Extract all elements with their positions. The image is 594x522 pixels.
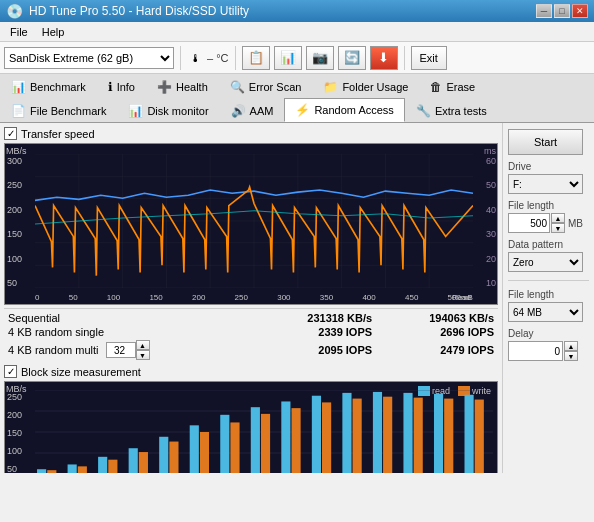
x-label-200: 200 (192, 293, 205, 302)
queue-spinner-wrap: ▲ ▼ (106, 340, 150, 360)
content-area: ✓ Transfer speed MB/s 300 250 200 150 10… (0, 123, 502, 473)
delay-input[interactable] (508, 341, 563, 361)
block-y-50: 50 (7, 464, 33, 473)
transfer-speed-checkbox[interactable]: ✓ (4, 127, 17, 140)
temperature-icon: 🌡 (187, 47, 203, 69)
toolbar-btn-1[interactable]: 📋 (242, 46, 270, 70)
svg-rect-30 (169, 442, 178, 473)
file-length-input[interactable] (508, 213, 550, 233)
x-label-300: 300 (277, 293, 290, 302)
svg-rect-26 (108, 460, 117, 473)
svg-rect-37 (281, 401, 290, 473)
block-chart-label: Block size measurement (21, 366, 141, 378)
svg-rect-31 (190, 425, 199, 473)
menu-file[interactable]: File (4, 24, 34, 40)
tab-info[interactable]: ℹ Info (97, 74, 146, 98)
block-file-length-label: File length (508, 289, 589, 300)
svg-rect-27 (129, 448, 138, 473)
tab-erase[interactable]: 🗑 Erase (419, 74, 486, 98)
label-4kb-multi: 4 KB random multi ▲ ▼ (4, 339, 254, 361)
x-label-0: 0 (35, 293, 39, 302)
tab-random-access[interactable]: ⚡ Random Access (284, 98, 404, 122)
svg-rect-23 (68, 464, 77, 473)
y-label-100: 100 (7, 254, 33, 264)
tab-file-benchmark[interactable]: 📄 File Benchmark (0, 98, 117, 122)
maximize-button[interactable]: □ (554, 4, 570, 18)
menu-help[interactable]: Help (36, 24, 71, 40)
ms-label-20: 20 (476, 254, 496, 264)
block-y-200: 200 (7, 410, 33, 420)
tab-disk-monitor[interactable]: 📊 Disk monitor (117, 98, 219, 122)
file-length-spinner: ▲ ▼ (551, 213, 565, 233)
svg-rect-28 (139, 452, 148, 473)
toolbar-btn-3[interactable]: 📷 (306, 46, 334, 70)
toolbar-btn-5[interactable]: ⬇ (370, 46, 398, 70)
chart-y-labels: 300 250 200 150 100 50 (7, 156, 33, 288)
panel-separator (508, 280, 589, 281)
toolbar-btn-2[interactable]: 📊 (274, 46, 302, 70)
minimize-button[interactable]: ─ (536, 4, 552, 18)
aam-icon: 🔊 (231, 104, 246, 118)
health-icon: ➕ (157, 80, 172, 94)
file-benchmark-icon: 📄 (11, 104, 26, 118)
chart-ms-labels: 60 50 40 30 20 10 (476, 156, 496, 288)
queue-depth-spinner: ▲ ▼ (136, 340, 150, 360)
svg-rect-21 (37, 469, 46, 473)
drive-panel-select[interactable]: F: (508, 174, 583, 194)
y-label-300: 300 (7, 156, 33, 166)
svg-rect-22 (47, 470, 56, 473)
erase-icon: 🗑 (430, 80, 442, 94)
data-pattern-select[interactable]: Zero (508, 252, 583, 272)
tab-aam[interactable]: 🔊 AAM (220, 98, 285, 122)
block-chart-checkbox[interactable]: ✓ (4, 365, 17, 378)
queue-up-button[interactable]: ▲ (136, 340, 150, 350)
tab-error-scan[interactable]: 🔍 Error Scan (219, 74, 313, 98)
queue-depth-input[interactable] (106, 342, 136, 358)
delay-section: Delay ▲ ▼ (508, 328, 589, 361)
block-file-length-section: File length 64 MB (508, 289, 589, 322)
info-icon: ℹ (108, 80, 113, 94)
file-length-mb: MB (568, 218, 583, 229)
block-size-chart: MB/s 250 200 150 100 50 read (4, 381, 498, 473)
delay-spinner: ▲ ▼ (564, 341, 578, 361)
tab-benchmark[interactable]: 📊 Benchmark (0, 74, 97, 98)
transfer-speed-label: Transfer speed (21, 128, 95, 140)
start-button[interactable]: Start (508, 129, 583, 155)
tab-health[interactable]: ➕ Health (146, 74, 219, 98)
tab-extra-tests[interactable]: 🔧 Extra tests (405, 98, 498, 122)
chart-ms-unit: ms (484, 146, 496, 156)
toolbar-btn-4[interactable]: 🔄 (338, 46, 366, 70)
svg-rect-50 (475, 400, 484, 473)
y-label-250: 250 (7, 180, 33, 190)
transfer-speed-section: ✓ Transfer speed (4, 127, 498, 140)
drive-select[interactable]: SanDisk Extreme (62 gB) (4, 47, 174, 69)
block-file-length-select[interactable]: 64 MB (508, 302, 583, 322)
x-label-250: 250 (235, 293, 248, 302)
delay-up[interactable]: ▲ (564, 341, 578, 351)
exit-button[interactable]: Exit (411, 46, 447, 70)
close-button[interactable]: ✕ (572, 4, 588, 18)
ms-label-40: 40 (476, 205, 496, 215)
y-label-150: 150 (7, 229, 33, 239)
block-chart-svg (35, 390, 493, 473)
svg-rect-36 (261, 414, 270, 473)
toolbar-separator-3 (404, 46, 405, 70)
tab-folder-usage[interactable]: 📁 Folder Usage (312, 74, 419, 98)
read-label: Read (452, 293, 471, 302)
error-scan-icon: 🔍 (230, 80, 245, 94)
delay-control: ▲ ▼ (508, 341, 589, 361)
title-text: HD Tune Pro 5.50 - Hard Disk/SSD Utility (29, 4, 249, 18)
svg-rect-43 (373, 392, 382, 473)
svg-rect-34 (230, 422, 239, 473)
label-4kb-single: 4 KB random single (4, 325, 254, 339)
file-length-control: ▲ ▼ MB (508, 213, 589, 233)
file-length-up[interactable]: ▲ (551, 213, 565, 223)
block-y-250: 250 (7, 392, 33, 402)
queue-down-button[interactable]: ▼ (136, 350, 150, 360)
ms-label-30: 30 (476, 229, 496, 239)
benchmark-icon: 📊 (11, 80, 26, 94)
file-length-down[interactable]: ▼ (551, 223, 565, 233)
svg-rect-44 (383, 397, 392, 473)
delay-down[interactable]: ▼ (564, 351, 578, 361)
block-y-labels: 250 200 150 100 50 (7, 392, 33, 473)
